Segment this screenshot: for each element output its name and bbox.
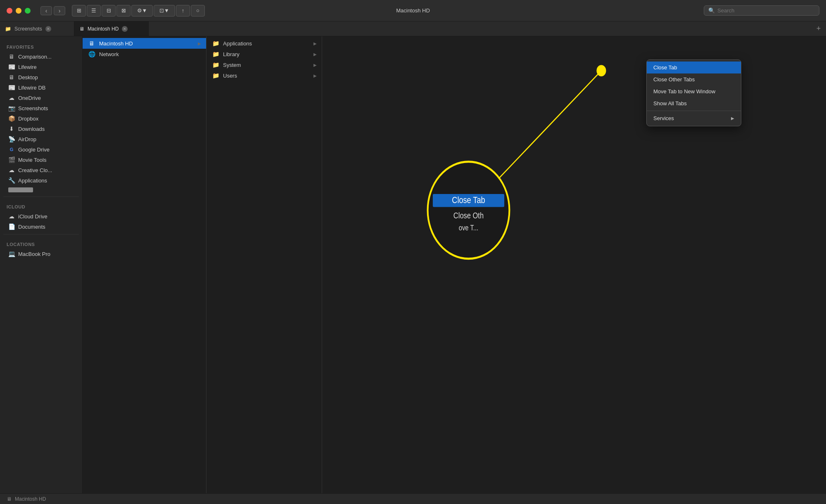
macbook-icon: 💻: [8, 251, 15, 257]
sidebar-home-item[interactable]: [2, 186, 81, 194]
sidebar-item-label: Lifewire: [18, 64, 37, 70]
add-tab-button[interactable]: +: [811, 21, 826, 36]
tab-spacer: [149, 21, 811, 36]
context-menu-item-close-other-tabs[interactable]: Close Other Tabs: [647, 73, 741, 85]
sidebar-section-locations: Locations 💻 MacBook Pro: [0, 237, 82, 259]
folder-icon: 📰: [8, 64, 15, 70]
file-item-network[interactable]: 🌐 Network: [83, 49, 206, 59]
column-view-button[interactable]: ⊟: [102, 5, 116, 17]
icon-view-button[interactable]: ⊞: [72, 5, 86, 17]
menu-item-label: Move Tab to New Window: [653, 88, 715, 95]
context-menu-item-close-tab[interactable]: Close Tab: [647, 62, 741, 73]
back-button[interactable]: ‹: [40, 6, 52, 15]
menu-item-label: Close Tab: [653, 64, 677, 71]
sidebar-item-label: Lifewire DB: [18, 85, 45, 91]
sidebar-section-label-locations: Locations: [0, 237, 82, 248]
tab-close-button[interactable]: ✕: [45, 26, 51, 32]
toolbar-icons: ⊞ ☰ ⊟ ⊠ ⚙▼ ⊡▼ ↑ ○: [69, 5, 208, 17]
menu-item-label: Show All Tabs: [653, 100, 687, 106]
file-item-users[interactable]: 📁 Users ▶: [206, 70, 322, 81]
list-view-button[interactable]: ☰: [87, 5, 101, 17]
gallery-view-button[interactable]: ⊠: [116, 5, 131, 17]
folder-file-icon: 📁: [211, 51, 220, 57]
maximize-button[interactable]: [25, 8, 31, 14]
search-bar[interactable]: 🔍: [704, 5, 819, 16]
file-item-label: Macintosh HD: [99, 40, 133, 47]
svg-rect-3: [433, 194, 504, 207]
search-input[interactable]: [717, 7, 815, 14]
tab-folder-icon: 📁: [5, 26, 11, 32]
sidebar-item-onedrive[interactable]: ☁ OneDrive: [2, 93, 81, 103]
file-item-applications[interactable]: 📁 Applications ▶: [206, 38, 322, 49]
menu-item-label: Services: [653, 115, 674, 121]
sidebar-item-desktop[interactable]: 🖥 Desktop: [2, 72, 81, 82]
sidebar-item-movie-tools[interactable]: 🎬 Movie Tools: [2, 155, 81, 165]
icloud-icon: ☁: [8, 213, 15, 220]
file-item-label: Applications: [223, 40, 252, 47]
sidebar-item-airdrop[interactable]: 📡 AirDrop: [2, 134, 81, 144]
file-item-library[interactable]: 📁 Library ▶: [206, 49, 322, 59]
group-button[interactable]: ⊡▼: [154, 5, 175, 17]
tab-macintosh-hd[interactable]: 🖥 Macintosh HD ✕: [74, 21, 149, 36]
file-list-1: 🖥 Macintosh HD ▶ 🌐 Network: [83, 36, 206, 61]
sidebar-item-macbook-pro[interactable]: 💻 MacBook Pro: [2, 249, 81, 259]
menu-item-label: Close Other Tabs: [653, 76, 695, 83]
tab-close-button[interactable]: ✕: [122, 26, 128, 32]
tab-hd-icon: 🖥: [79, 26, 84, 32]
sidebar-item-creative-cloud[interactable]: ☁ Creative Clo...: [2, 165, 81, 175]
sidebar-item-documents[interactable]: 📄 Documents: [2, 222, 81, 232]
sidebar-item-label: Documents: [18, 224, 45, 230]
minimize-button[interactable]: [16, 8, 21, 14]
arrow-icon: ▶: [313, 52, 317, 57]
sidebar-item-screenshots[interactable]: 📷 Screenshots: [2, 103, 81, 113]
sidebar-item-label: Desktop: [18, 74, 38, 80]
sidebar-item-label: Downloads: [18, 126, 45, 132]
sidebar-item-lifewire-db[interactable]: 📰 Lifewire DB: [2, 83, 81, 92]
sidebar-item-label: Comparison...: [18, 54, 52, 60]
tag-button[interactable]: ○: [191, 5, 205, 17]
file-item-system[interactable]: 📁 System ▶: [206, 59, 322, 70]
arrow-icon: ▶: [313, 63, 317, 67]
tab-screenshots[interactable]: 📁 Screenshots ✕: [0, 21, 74, 36]
tab-label: Screenshots: [14, 26, 42, 32]
zoom-overlay: Close Tab Close Oth ove T...: [322, 36, 826, 493]
file-item-macintosh-hd[interactable]: 🖥 Macintosh HD ▶: [83, 38, 206, 49]
svg-point-2: [428, 162, 510, 259]
close-button[interactable]: [7, 8, 12, 14]
file-item-label: Network: [99, 51, 119, 57]
file-pane-1: 🖥 Macintosh HD ▶ 🌐 Network: [83, 36, 206, 493]
desktop-icon: 🖥: [8, 74, 15, 80]
sidebar-item-icloud-drive[interactable]: ☁ iCloud Drive: [2, 211, 81, 221]
sidebar-item-downloads[interactable]: ⬇ Downloads: [2, 124, 81, 134]
sidebar-divider-2: [3, 234, 79, 234]
sidebar-item-comparison[interactable]: 🖥 Comparison...: [2, 52, 81, 62]
svg-text:Close Oth: Close Oth: [453, 211, 484, 220]
arrow-icon: ▶: [313, 41, 317, 46]
share-button[interactable]: ↑: [176, 5, 190, 17]
file-item-label: Library: [223, 51, 240, 57]
airdrop-icon: 📡: [8, 136, 15, 142]
applications-icon: 🔧: [8, 177, 15, 184]
camera-icon: 📷: [8, 105, 15, 111]
file-pane-2: 📁 Applications ▶ 📁 Library ▶ 📁 System ▶ …: [206, 36, 322, 493]
sidebar-section-label-favorites: Favorites: [0, 40, 82, 51]
sidebar-item-label: AirDrop: [18, 136, 36, 142]
sidebar-item-dropbox[interactable]: 📦 Dropbox: [2, 114, 81, 123]
sidebar-item-lifewire[interactable]: 📰 Lifewire: [2, 62, 81, 72]
tab-label: Macintosh HD: [88, 26, 119, 32]
action-button[interactable]: ⚙▼: [131, 5, 153, 17]
sidebar-item-label: iCloud Drive: [18, 213, 47, 220]
sidebar-item-applications[interactable]: 🔧 Applications: [2, 175, 81, 185]
sidebar-item-google-drive[interactable]: G Google Drive: [2, 144, 81, 154]
sidebar-item-label: MacBook Pro: [18, 251, 50, 257]
forward-button[interactable]: ›: [54, 6, 65, 15]
sidebar-section-label-icloud: iCloud: [0, 199, 82, 211]
context-menu-item-services[interactable]: Services ▶: [647, 112, 741, 124]
gdrive-icon: G: [8, 146, 15, 153]
context-menu-item-show-all-tabs[interactable]: Show All Tabs: [647, 97, 741, 109]
context-menu-item-move-tab[interactable]: Move Tab to New Window: [647, 85, 741, 97]
file-item-label: System: [223, 62, 241, 68]
title-bar: ‹ › ⊞ ☰ ⊟ ⊠ ⚙▼ ⊡▼ ↑ ○ Macintosh HD 🔍: [0, 0, 826, 21]
sidebar-section-icloud: iCloud ☁ iCloud Drive 📄 Documents: [0, 199, 82, 232]
window-title: Macintosh HD: [396, 7, 430, 14]
